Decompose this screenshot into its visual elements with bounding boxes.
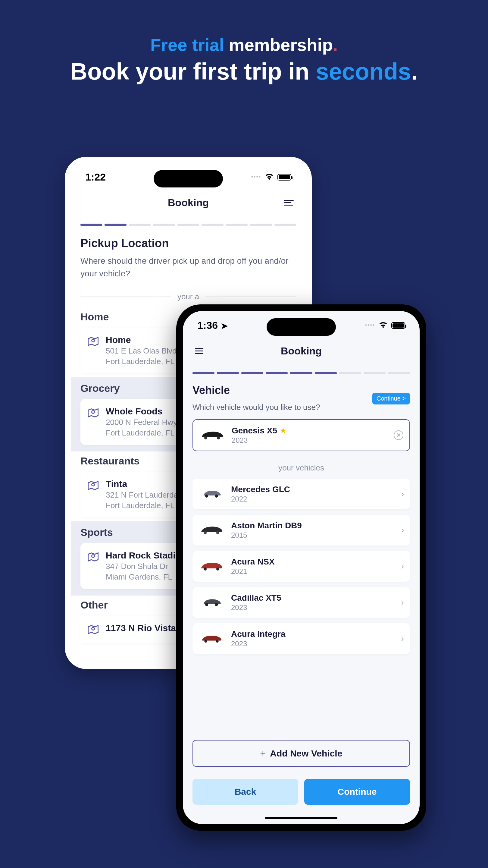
phone-front: 1:36 ➤ •••• Booking — [176, 304, 426, 831]
hero: Free trial membership. Book your first t… — [0, 0, 488, 85]
vehicle-year: 2023 — [232, 436, 286, 444]
vehicle-item[interactable]: Mercedes GLC2022 › — [193, 478, 410, 509]
continue-button[interactable]: Continue — [304, 779, 410, 805]
svg-point-9 — [204, 531, 207, 534]
add-vehicle-button[interactable]: + Add New Vehicle — [193, 740, 410, 767]
divider: your vehicles — [193, 463, 410, 472]
add-vehicle-label: Add New Vehicle — [270, 748, 342, 758]
svg-point-16 — [216, 640, 218, 643]
vehicle-year: 2021 — [231, 567, 275, 576]
chevron-right-icon: › — [401, 525, 404, 535]
hero-line1-cyan: Free trial — [150, 35, 224, 55]
location-addr1: 2000 N Federal Hwy — [106, 418, 177, 427]
map-pin-icon — [88, 624, 98, 636]
wifi-icon — [379, 321, 388, 330]
vehicle-year: 2015 — [231, 531, 302, 539]
svg-point-14 — [215, 603, 218, 606]
vehicle-name: Genesis X5 ★ — [232, 426, 286, 435]
hero-line2-period: . — [411, 58, 418, 85]
divider-label: your a — [177, 292, 199, 301]
section-title: Vehicle — [193, 384, 320, 397]
svg-point-10 — [216, 531, 219, 534]
status-bar: 1:36 ➤ •••• — [183, 311, 420, 336]
chevron-right-icon: › — [401, 598, 404, 607]
svg-point-1 — [92, 411, 95, 413]
svg-point-8 — [215, 495, 218, 498]
vehicle-name: Acura Integra — [231, 629, 286, 639]
vehicle-item[interactable]: Acura NSX2021 › — [193, 551, 410, 582]
svg-point-0 — [92, 339, 95, 342]
hero-line1-white: membership — [224, 35, 333, 55]
screen-header: Booking — [71, 188, 306, 218]
progress-steps — [183, 366, 420, 379]
screen-header: Booking — [183, 336, 420, 366]
svg-point-3 — [92, 555, 95, 558]
svg-point-11 — [204, 567, 207, 570]
location-addr2: Fort Lauderdale, FL — [106, 501, 178, 510]
wifi-icon — [265, 173, 274, 181]
pickup-section: Pickup Location Where should the driver … — [71, 231, 306, 286]
chevron-right-icon: › — [401, 489, 404, 499]
location-name: 1173 N Rio Vista — [106, 623, 176, 633]
page-title: Booking — [281, 345, 322, 357]
footer-buttons: Back Continue — [183, 767, 420, 817]
selected-vehicle[interactable]: Genesis X5 ★ 2023 ✕ — [193, 419, 410, 451]
svg-point-6 — [217, 436, 220, 439]
hero-line1-period: . — [333, 35, 338, 55]
vehicle-section-header: Vehicle Which vehicle would you like to … — [183, 379, 420, 413]
location-addr1: 321 N Fort Lauderda — [106, 490, 178, 500]
section-subtitle: Which vehicle would you like to use? — [193, 401, 320, 413]
menu-button[interactable] — [195, 348, 203, 354]
location-addr2: Miami Gardens, FL — [106, 572, 181, 582]
location-name: Hard Rock Stadiu — [106, 550, 181, 561]
location-name: Whole Foods — [106, 406, 177, 416]
car-icon — [198, 559, 225, 574]
svg-point-7 — [205, 495, 208, 498]
vehicle-year: 2023 — [231, 640, 286, 648]
svg-point-2 — [92, 484, 95, 486]
progress-steps — [71, 218, 306, 231]
car-icon — [199, 428, 226, 442]
vehicle-item[interactable]: Aston Martin DB92015 › — [193, 515, 410, 546]
battery-icon — [278, 174, 291, 181]
close-icon: ✕ — [396, 432, 401, 438]
vehicle-name: Mercedes GLC — [231, 485, 290, 494]
vehicle-name: Cadillac XT5 — [231, 593, 281, 603]
status-time: 1:22 — [85, 171, 106, 183]
section-subtitle: Where should the driver pick up and drop… — [80, 255, 296, 280]
hero-line1: Free trial membership. — [0, 35, 488, 55]
car-icon — [198, 631, 225, 646]
car-icon — [198, 595, 225, 610]
page-title: Booking — [168, 197, 209, 209]
hero-line2: Book your first trip in seconds. — [0, 58, 488, 85]
chevron-right-icon: › — [401, 634, 404, 644]
dynamic-island — [267, 318, 336, 336]
map-pin-icon — [88, 407, 98, 420]
menu-button[interactable] — [284, 200, 294, 206]
location-addr1: 347 Don Shula Dr — [106, 562, 181, 571]
vehicle-year: 2022 — [231, 495, 290, 503]
star-icon: ★ — [280, 427, 286, 435]
continue-badge[interactable]: Continue > — [372, 393, 410, 404]
location-addr1: 501 E Las Olas Blvd — [106, 346, 177, 355]
vehicle-year: 2023 — [231, 603, 281, 612]
cellular-dots-icon: •••• — [251, 174, 261, 180]
vehicle-item[interactable]: Acura Integra2023 › — [193, 623, 410, 654]
hamburger-icon — [284, 200, 294, 206]
location-name: Home — [106, 335, 177, 345]
cellular-dots-icon: •••• — [365, 322, 375, 329]
battery-icon — [391, 322, 405, 329]
back-button[interactable]: Back — [193, 779, 298, 805]
svg-point-13 — [205, 603, 208, 606]
divider: your a — [80, 292, 296, 301]
chevron-right-icon: › — [401, 561, 404, 571]
divider-label: your vehicles — [278, 463, 324, 472]
clear-button[interactable]: ✕ — [394, 430, 403, 440]
svg-point-12 — [216, 567, 219, 570]
home-indicator[interactable] — [265, 817, 337, 819]
hero-line2-prefix: Book your first trip in — [70, 58, 316, 85]
car-icon — [198, 487, 225, 501]
section-title: Pickup Location — [80, 237, 296, 250]
vehicle-item[interactable]: Cadillac XT52023 › — [193, 587, 410, 618]
map-pin-icon — [88, 552, 98, 564]
